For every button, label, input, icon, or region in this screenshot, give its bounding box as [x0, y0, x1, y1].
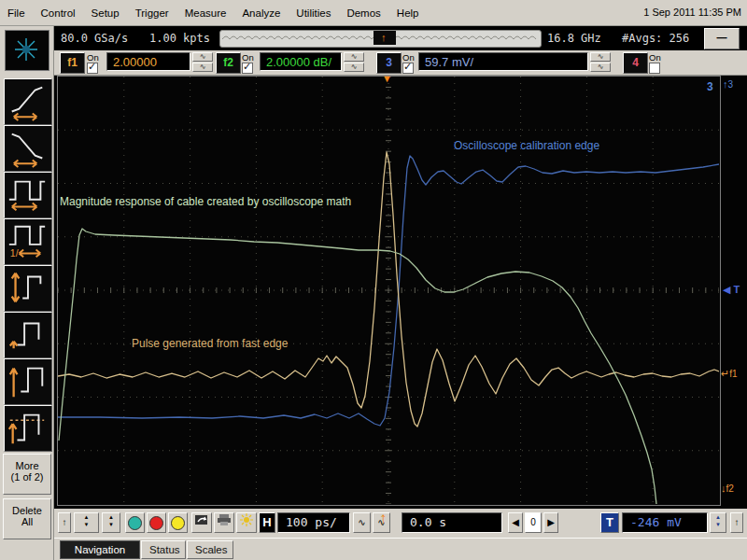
right-triangle-icon: ▶ — [547, 517, 555, 527]
scroll-up-button-right[interactable]: ↑ — [730, 512, 743, 533]
horizontal-badge[interactable]: H — [259, 512, 275, 533]
yellow-marker-icon — [171, 516, 185, 530]
timebase-zoom-out-button[interactable]: ∿ — [353, 512, 371, 533]
up-arrow-icon — [9, 424, 17, 443]
menu-item-demos[interactable]: Demos — [346, 7, 380, 19]
trigger-level-marker[interactable]: ◀ T — [723, 284, 740, 296]
trigger-badge[interactable]: T — [600, 512, 619, 533]
delete-all-button[interactable]: Delete All — [3, 498, 51, 539]
agilent-logo — [5, 30, 49, 71]
f1-level-marker[interactable]: ↵f1 — [721, 368, 738, 380]
delay-right-button[interactable]: ▶ — [543, 512, 558, 533]
menu-item-utilities[interactable]: Utilities — [296, 7, 331, 19]
vertical-spinner[interactable]: ▲ ▼ — [74, 512, 99, 533]
f2-channel-button[interactable]: f2 — [216, 52, 241, 74]
menu-item-help[interactable]: Help — [397, 7, 419, 19]
f2-waveform-buttons: ∿ ∿ — [344, 52, 364, 72]
more-measurements-button[interactable]: More (1 of 2) — [3, 454, 51, 495]
f1-scale-down-button[interactable]: ∿ — [192, 63, 213, 72]
down-triangle-icon: ▼ — [382, 73, 392, 84]
f2-on-group: On — [242, 51, 261, 74]
menu-bar: File Control Setup Trigger Measure Analy… — [0, 0, 747, 26]
menu-item-setup[interactable]: Setup — [92, 7, 120, 19]
ch3-channel-button[interactable]: 3 — [376, 52, 402, 74]
sine-icon: ∿ — [351, 52, 358, 61]
f1-on-checkbox[interactable] — [87, 63, 98, 74]
horizontal-arrow-icon — [14, 160, 37, 167]
f1-channel-button[interactable]: f1 — [60, 52, 85, 74]
meas-rise-time-button[interactable] — [4, 78, 52, 125]
menu-item-measure[interactable]: Measure — [185, 7, 227, 19]
sine-icon: ∿ — [351, 63, 358, 71]
menu-item-file[interactable]: File — [7, 7, 25, 19]
delete-label: Delete — [4, 505, 50, 516]
print-button[interactable] — [214, 512, 234, 533]
ch3-ground-marker[interactable]: ↑3 — [723, 78, 733, 90]
waveform-canvas[interactable] — [58, 77, 719, 504]
bottom-toolbar: ↑ ▲ ▼ ▲ ▼ H 100 ps/ ∿ ∿ 0.0 s ◀ 0 ▶ T -2… — [54, 509, 747, 538]
channel-bar: f1 On 2.00000 GV/s/ ∿ ∿ f2 On 2.00000 dB… — [54, 50, 747, 76]
red-marker-icon — [149, 516, 163, 530]
ch3-scale-up-button[interactable]: ∿ — [590, 52, 611, 62]
delay-zero-button[interactable]: 0 — [525, 512, 542, 533]
tab-scales[interactable]: Scales — [187, 540, 233, 559]
tab-status[interactable]: Status — [141, 540, 186, 559]
left-triangle-icon: ◀ — [723, 284, 730, 295]
brightness-button[interactable] — [236, 512, 257, 533]
ch3-on-checkbox[interactable] — [402, 63, 414, 74]
meas-top-button[interactable] — [4, 358, 52, 405]
f2-scale-down-button[interactable]: ∿ — [344, 63, 364, 72]
up-triangle-icon: ▲ — [711, 513, 726, 521]
down-chevron-icon: ▼ — [103, 521, 120, 528]
delay-display[interactable]: 0.0 s — [402, 512, 502, 533]
horizontal-arrow-icon — [19, 250, 40, 258]
trigger-level-spinner[interactable]: ▲ ▼ — [710, 512, 726, 533]
meas-frequency-button[interactable]: 1/ — [4, 218, 52, 265]
annotation-ch3-calibration: Oscilloscope calibration edge — [454, 139, 599, 152]
meas-amplitude-button[interactable] — [4, 265, 52, 312]
active-channel-label: 3 — [707, 80, 713, 93]
averages-readout: #Avgs: 256 — [622, 32, 689, 45]
ch3-scale-display[interactable]: 59.7 mV/ — [418, 52, 588, 71]
delay-left-button[interactable]: ◀ — [508, 512, 523, 533]
bandwidth-readout: 16.8 GHz — [547, 32, 601, 45]
export-button[interactable] — [191, 512, 212, 533]
marker-b-button[interactable] — [147, 512, 166, 533]
ch3-scale-down-button[interactable]: ∿ — [590, 63, 611, 72]
trigger-position-marker-bottom[interactable]: ↑ — [379, 507, 388, 531]
ch4-channel-button[interactable]: 4 — [623, 52, 648, 74]
horizontal-arrow-icon — [14, 113, 37, 120]
trigger-level-display[interactable]: -246 mV — [622, 512, 708, 533]
marker-c-button[interactable] — [168, 512, 188, 533]
menu-item-trigger[interactable]: Trigger — [135, 7, 169, 19]
f2-scale-up-button[interactable]: ∿ — [344, 52, 364, 62]
meas-base-button[interactable] — [4, 312, 52, 358]
fine-spinner[interactable]: ▲ ▼ — [102, 512, 120, 533]
f2-scale-display[interactable]: 2.00000 dB/ — [260, 52, 342, 71]
memory-depth-readout: 1.00 kpts — [149, 32, 210, 45]
meas-fall-time-button[interactable] — [4, 125, 52, 172]
scroll-up-button[interactable]: ↑ — [58, 512, 71, 533]
menu-item-analyze[interactable]: Analyze — [242, 7, 280, 19]
memory-bar[interactable]: ↑ — [219, 30, 542, 48]
memory-bar-view-window[interactable]: ↑ — [374, 31, 396, 45]
trigger-position-marker-top[interactable]: ▼ — [382, 73, 392, 84]
down-triangle-icon: ▼ — [711, 521, 726, 528]
f2-on-checkbox[interactable] — [242, 63, 253, 74]
sine-icon: ∿ — [598, 63, 604, 71]
meas-period-button[interactable] — [4, 172, 52, 218]
f1-scale-display[interactable]: 2.00000 GV/s/ — [106, 52, 190, 71]
up-arrow-icon: ↑ — [735, 517, 740, 527]
marker-a-button[interactable] — [125, 512, 145, 533]
minimize-controls-button[interactable]: — — [704, 28, 740, 49]
timebase-display[interactable]: 100 ps/ — [277, 512, 350, 533]
menu-item-control[interactable]: Control — [41, 7, 76, 19]
ch3-waveform-buttons: ∿ ∿ — [590, 52, 611, 72]
meas-average-button[interactable] — [4, 405, 52, 452]
ch4-on-checkbox[interactable] — [649, 63, 660, 74]
up-triangle-icon: ▲ — [75, 513, 98, 521]
tab-navigation[interactable]: Navigation — [60, 540, 140, 559]
down-triangle-icon: ▼ — [75, 521, 98, 528]
f1-scale-up-button[interactable]: ∿ — [192, 52, 213, 62]
f2-level-marker[interactable]: ↓f2 — [721, 483, 734, 494]
